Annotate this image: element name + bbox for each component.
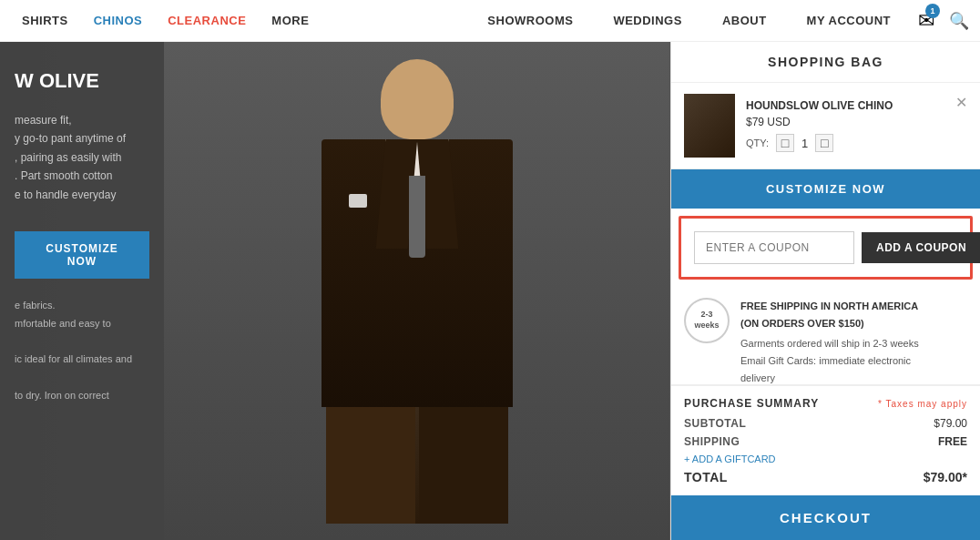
bag-item: HOUNDSLOW OLIVE CHINO $79 USD QTY: □ 1 □… bbox=[671, 83, 980, 169]
product-info-panel: W OLIVE measure fit,y go-to pant anytime… bbox=[0, 42, 164, 540]
bag-item-image bbox=[684, 94, 735, 158]
coupon-input[interactable] bbox=[694, 231, 854, 264]
nav-left: SHIRTS CHINOS CLEARANCE MORE bbox=[0, 14, 322, 27]
nav-chinos[interactable]: CHINOS bbox=[81, 14, 156, 27]
subtotal-row: SUBTOTAL $79.00 bbox=[684, 417, 967, 430]
checkout-button[interactable]: CHECKOUT bbox=[671, 495, 980, 540]
shipping-row: SHIPPING FREE bbox=[684, 435, 967, 448]
product-features: e fabrics.mfortable and easy toic ideal … bbox=[15, 297, 149, 405]
coupon-section: ADD A COUPON bbox=[679, 216, 973, 280]
shipping-text: FREE SHIPPING IN NORTH AMERICA (ON ORDER… bbox=[740, 298, 944, 373]
total-value: $79.00* bbox=[924, 470, 967, 484]
qty-decrease-button[interactable]: □ bbox=[776, 134, 794, 152]
total-row: TOTAL $79.00* bbox=[684, 470, 967, 484]
nav-clearance[interactable]: CLEARANCE bbox=[155, 14, 259, 27]
cart-badge: 1 bbox=[925, 4, 940, 18]
nav-my-account[interactable]: MY ACCOUNT bbox=[794, 14, 903, 27]
shipping-line-3: delivery bbox=[740, 372, 775, 383]
shopping-bag-panel: SHOPPING BAG HOUNDSLOW OLIVE CHINO $79 U… bbox=[670, 42, 980, 540]
add-giftcard-link[interactable]: + ADD A GIFTCARD bbox=[684, 453, 967, 464]
shipping-weeks-badge: 2-3 weeks bbox=[684, 298, 730, 343]
bag-title: SHOPPING BAG bbox=[671, 42, 980, 83]
product-description: measure fit,y go-to pant anytime of, pai… bbox=[15, 111, 149, 204]
customize-now-button-left[interactable]: CUSTOMIZE NOW bbox=[15, 231, 149, 279]
product-title: W OLIVE bbox=[15, 69, 149, 93]
shipping-line-2: Email Gift Cards: immediate electronic bbox=[740, 355, 911, 366]
nav-right: SHOWROOMS WEDDINGS ABOUT MY ACCOUNT ✉ 1 … bbox=[475, 9, 980, 33]
shipping-line-1: Garments ordered will ship in 2-3 weeks bbox=[740, 338, 919, 349]
subtotal-label: SUBTOTAL bbox=[684, 417, 746, 430]
nav-showrooms[interactable]: SHOWROOMS bbox=[475, 14, 586, 27]
weeks-label: weeks bbox=[694, 321, 719, 331]
summary-title: PURCHASE SUMMARY * Taxes may apply bbox=[684, 397, 967, 410]
remove-item-button[interactable]: ✕ bbox=[955, 94, 967, 111]
navigation: SHIRTS CHINOS CLEARANCE MORE SHOWROOMS W… bbox=[0, 0, 980, 42]
customize-now-button-bag[interactable]: CUSTOMIZE NOW bbox=[671, 169, 980, 209]
bag-item-name: HOUNDSLOW OLIVE CHINO bbox=[746, 99, 944, 112]
shipping-title: FREE SHIPPING IN NORTH AMERICA (ON ORDER… bbox=[740, 298, 944, 331]
nav-more[interactable]: MORE bbox=[259, 14, 322, 27]
weeks-number: 2-3 bbox=[700, 310, 712, 321]
qty-label: QTY: bbox=[746, 138, 769, 148]
cart-icon-wrap[interactable]: ✉ 1 bbox=[918, 9, 934, 33]
nav-weddings[interactable]: WEDDINGS bbox=[600, 14, 695, 27]
taxes-note: * Taxes may apply bbox=[878, 399, 967, 409]
bag-item-qty: QTY: □ 1 □ bbox=[746, 134, 944, 152]
nav-shirts[interactable]: SHIRTS bbox=[9, 14, 81, 27]
shipping-info: 2-3 weeks FREE SHIPPING IN NORTH AMERICA… bbox=[671, 287, 980, 385]
shipping-value: FREE bbox=[938, 435, 967, 448]
product-image bbox=[164, 42, 669, 540]
qty-increase-button[interactable]: □ bbox=[815, 134, 833, 152]
total-label: TOTAL bbox=[684, 470, 728, 484]
bag-item-details: HOUNDSLOW OLIVE CHINO $79 USD QTY: □ 1 □ bbox=[746, 99, 944, 152]
nav-about[interactable]: ABOUT bbox=[709, 14, 780, 27]
shipping-label: SHIPPING bbox=[684, 435, 740, 448]
qty-value: 1 bbox=[801, 137, 808, 150]
search-icon[interactable]: 🔍 bbox=[949, 11, 969, 31]
subtotal-value: $79.00 bbox=[934, 417, 967, 430]
add-coupon-button[interactable]: ADD A COUPON bbox=[862, 232, 980, 263]
purchase-summary: PURCHASE SUMMARY * Taxes may apply SUBTO… bbox=[671, 385, 980, 495]
bag-item-price: $79 USD bbox=[746, 116, 944, 128]
